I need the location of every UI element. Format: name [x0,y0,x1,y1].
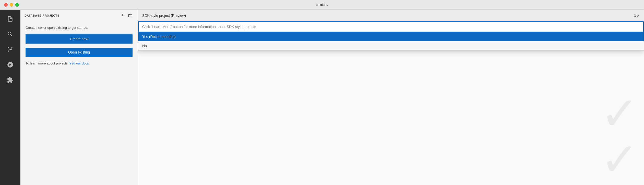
title-bar: localdev [0,0,644,10]
source-control-icon[interactable] [4,43,17,56]
dialog-title: SDK-style project (Preview) [142,14,186,18]
dialog-input-row [138,21,644,32]
main-layout: DATABASE PROJECTS + Create new or open e… [0,10,644,185]
window-title: localdev [316,3,328,7]
dialog-panel: SDK-style project (Preview) ↗ Yes (Recom… [138,10,644,51]
add-project-button[interactable]: + [120,12,125,19]
svg-point-1 [11,47,12,48]
dialog-close-button[interactable]: ↗ [634,12,640,19]
sidebar-header: DATABASE PROJECTS + [20,10,138,21]
search-icon[interactable] [4,28,17,41]
sdk-style-input[interactable] [142,25,640,29]
sidebar-title: DATABASE PROJECTS [25,14,118,17]
create-new-button[interactable]: Create new [26,34,133,44]
run-debug-icon[interactable] [4,58,17,71]
files-icon[interactable] [4,12,17,25]
sidebar-learn-text: To learn more about projects read our do… [26,61,133,66]
sidebar-content: Create new or open existing to get start… [20,21,138,70]
dialog-title-bar: SDK-style project (Preview) ↗ [138,10,644,21]
activity-bar [0,10,20,185]
content-area: ✓ ✓ SDK-style project (Preview) ↗ [138,10,644,185]
svg-point-0 [8,50,9,51]
sidebar-description: Create new or open existing to get start… [26,25,133,30]
open-folder-button[interactable] [127,13,134,18]
dialog-overlay: SDK-style project (Preview) ↗ Yes (Recom… [138,10,644,185]
minimize-button[interactable] [10,3,13,7]
sidebar: DATABASE PROJECTS + Create new or open e… [20,10,138,185]
maximize-button[interactable] [15,3,19,7]
close-button[interactable] [4,3,8,7]
open-existing-button[interactable]: Open existing [26,48,133,57]
traffic-lights [4,3,19,7]
svg-point-2 [8,47,9,48]
extensions-icon[interactable] [4,73,17,87]
dropdown-list: Yes (Recommended) No [138,32,644,50]
dropdown-item-no[interactable]: No [138,41,644,50]
dropdown-item-yes[interactable]: Yes (Recommended) [138,32,644,41]
read-docs-link[interactable]: read our docs [68,61,89,65]
